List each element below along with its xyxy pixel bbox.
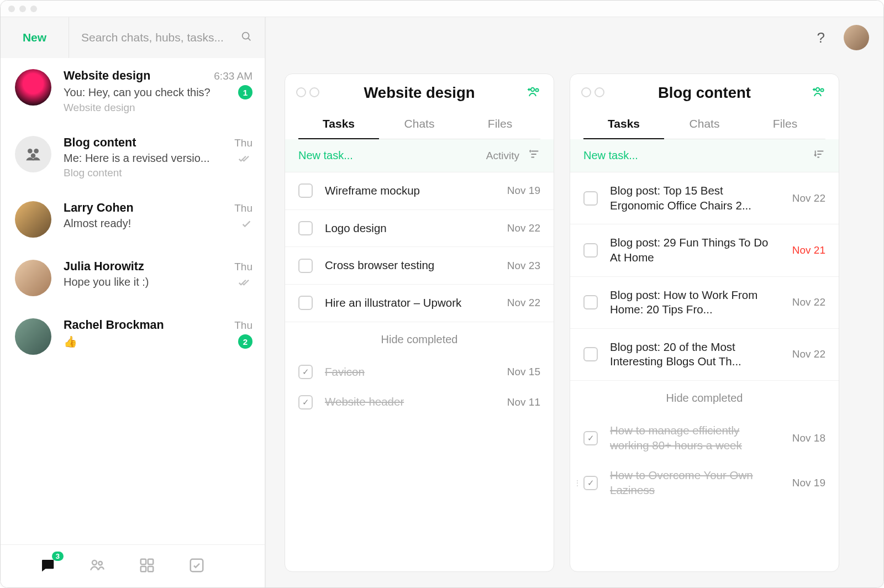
board-dots[interactable] (581, 87, 604, 97)
task-checkbox[interactable] (298, 296, 313, 310)
sort-icon[interactable] (528, 148, 540, 163)
task-checkbox[interactable] (583, 431, 598, 445)
task-checkbox[interactable] (583, 243, 598, 258)
svg-point-2 (28, 149, 33, 154)
invite-people-icon[interactable] (526, 85, 541, 101)
task-checkbox[interactable] (298, 259, 313, 273)
check-icon (240, 218, 252, 230)
nav-hubs-icon[interactable] (139, 557, 155, 576)
task-row[interactable]: Hire an illustrator – UpworkNov 22 (285, 285, 554, 322)
chat-preview: You: Hey, can you check this? (64, 86, 233, 99)
task-row[interactable]: Blog post: 29 Fun Things To Do At HomeNo… (570, 224, 839, 276)
chat-item[interactable]: Rachel BrockmanThu👍2 (1, 307, 265, 366)
hide-completed-button[interactable]: Hide completed (570, 381, 839, 416)
nav-chats-icon[interactable]: 3 (39, 557, 56, 576)
task-date: Nov 19 (792, 477, 825, 489)
svg-point-14 (816, 88, 819, 91)
chat-name: Julia Horowitz (64, 260, 234, 274)
sort-desc-icon[interactable] (813, 148, 825, 163)
task-row[interactable]: Logo designNov 22 (285, 210, 554, 248)
task-title: Blog post: 29 Fun Things To Do At Home (610, 235, 780, 265)
new-task-label: New task... (583, 149, 813, 162)
task-row[interactable]: Blog post: Top 15 Best Ergonomic Office … (570, 172, 839, 224)
board-title: Website design (298, 84, 540, 102)
window-dot-max[interactable] (30, 6, 37, 12)
task-row-completed[interactable]: FaviconNov 15 (285, 357, 554, 387)
invite-people-icon[interactable] (811, 85, 827, 101)
board-tab-files[interactable]: Files (745, 111, 825, 139)
task-title: How to manage efficiently working 80+ ho… (610, 423, 780, 453)
task-checkbox[interactable] (583, 347, 598, 361)
help-icon[interactable]: ? (817, 29, 825, 46)
search-icon[interactable] (240, 30, 252, 45)
window-dot-min[interactable] (19, 6, 26, 12)
chat-preview: Hope you like it :) (64, 276, 233, 288)
task-checkbox[interactable] (298, 183, 313, 198)
svg-point-13 (535, 88, 538, 91)
svg-rect-10 (148, 566, 153, 571)
svg-line-1 (248, 38, 250, 40)
chat-time: Thu (234, 202, 252, 214)
user-avatar[interactable] (844, 25, 869, 50)
new-task-row[interactable]: New task...Activity (285, 139, 554, 172)
board-tab-chats[interactable]: Chats (379, 111, 460, 139)
task-checkbox[interactable] (298, 221, 313, 235)
board-dots[interactable] (296, 87, 319, 97)
new-task-row[interactable]: New task... (570, 139, 839, 172)
task-checkbox[interactable] (583, 295, 598, 309)
task-checkbox[interactable] (583, 191, 598, 206)
window-dot-close[interactable] (8, 6, 15, 12)
task-row[interactable]: Blog post: How to Work From Home: 20 Tip… (570, 277, 839, 329)
chat-avatar (15, 136, 51, 172)
svg-point-6 (98, 561, 102, 565)
task-row-completed[interactable]: How to manage efficiently working 80+ ho… (570, 416, 839, 460)
task-date: Nov 22 (792, 296, 825, 308)
drag-handle-icon[interactable]: ⋮⋮ (573, 479, 587, 487)
window-titlebar (1, 1, 883, 17)
activity-label[interactable]: Activity (486, 150, 519, 162)
chat-item[interactable]: Julia HorowitzThuHope you like it :) (1, 249, 265, 307)
task-date: Nov 11 (507, 396, 540, 408)
new-button[interactable]: New (1, 17, 69, 58)
board-tab-files[interactable]: Files (460, 111, 540, 139)
sidebar-bottom-nav: 3 (1, 544, 265, 587)
nav-people-icon[interactable] (89, 557, 106, 576)
chat-item[interactable]: Blog contentThuMe: Here is a revised ver… (1, 125, 265, 190)
svg-point-12 (531, 88, 534, 91)
main-header: ? (266, 17, 883, 58)
board-tab-chats[interactable]: Chats (664, 111, 745, 139)
task-date: Nov 22 (792, 192, 825, 204)
chat-name: Larry Cohen (64, 201, 234, 215)
task-list: Wireframe mockupNov 19Logo designNov 22C… (285, 172, 554, 322)
board-tab-tasks[interactable]: Tasks (583, 111, 664, 139)
chat-avatar (15, 201, 51, 238)
task-row[interactable]: Cross browser testingNov 23 (285, 247, 554, 285)
task-list: Blog post: Top 15 Best Ergonomic Office … (570, 172, 839, 381)
task-row-completed[interactable]: Website headerNov 11 (285, 387, 554, 417)
chat-item[interactable]: Larry CohenThuAlmost ready! (1, 190, 265, 249)
board-tabs: TasksChatsFiles (298, 111, 540, 139)
nav-tasks-icon[interactable] (188, 557, 205, 576)
task-checkbox[interactable] (298, 365, 313, 379)
board-tab-tasks[interactable]: Tasks (298, 111, 379, 139)
sidebar: New Website design6:33 AMYou: Hey, can y… (1, 17, 266, 587)
chat-preview: Me: Here is a revised versio... (64, 152, 233, 165)
chat-name: Website design (64, 69, 214, 83)
board-tabs: TasksChatsFiles (583, 111, 825, 139)
chat-body: Julia HorowitzThuHope you like it :) (64, 260, 252, 296)
chat-item[interactable]: Website design6:33 AMYou: Hey, can you c… (1, 58, 265, 125)
task-checkbox[interactable] (298, 395, 313, 410)
chat-time: Thu (234, 261, 252, 273)
task-date: Nov 23 (507, 260, 540, 272)
hide-completed-button[interactable]: Hide completed (285, 322, 554, 357)
chat-status: 1 (238, 85, 252, 99)
chat-subtitle: Blog content (64, 167, 252, 179)
task-row[interactable]: Wireframe mockupNov 19 (285, 172, 554, 210)
task-row[interactable]: Blog post: 20 of the Most Interesting Bl… (570, 329, 839, 381)
search-input[interactable] (81, 31, 240, 44)
chat-subtitle: Website design (64, 102, 252, 114)
task-date: Nov 21 (792, 244, 825, 256)
task-row-completed[interactable]: ⋮⋮How to Overcome Your Own LazinessNov 1… (570, 460, 839, 505)
board-header: Website designTasksChatsFiles (285, 74, 554, 139)
task-title: Website header (325, 395, 495, 410)
